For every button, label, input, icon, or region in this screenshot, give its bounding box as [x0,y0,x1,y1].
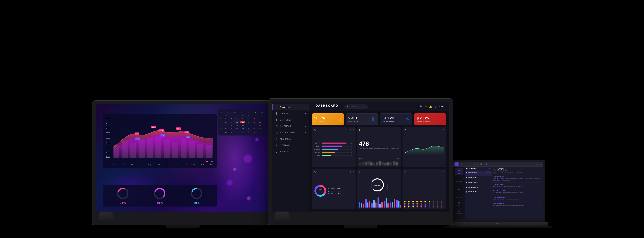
laptop-lid: ✏ ✉ ♡ ☆ ▣ ⊞ D LOGIN [451,160,545,222]
donut-close-icon[interactable]: × [352,171,354,173]
hbar-row-labore: LABORE 18 [314,148,354,150]
inbox-compose-icon[interactable]: + [489,168,490,170]
laptop-tool-edit[interactable]: ✏ [454,162,458,166]
sidebar-item-statistick[interactable]: ▊ STATISTICK ▾ [272,117,309,123]
dashboard-search[interactable]: 🔍 SEARCH... [344,104,368,109]
sidebar-item-dashboard[interactable]: ⌂ Dashboard [272,104,309,110]
laptop-toolbar: ✏ ✉ ♡ ☆ ▣ ⊞ D LOGIN [453,162,543,167]
grouped-add-icon[interactable]: + [395,171,396,173]
sidebar-item-calendar[interactable]: ☐ CALENDAR ▾ [272,123,309,129]
trend-close-icon[interactable]: × [443,128,444,131]
laptop-tool-mail[interactable]: ✉ [460,162,464,166]
svg-text:1.4k: 1.4k [187,137,189,138]
detail-meta: Moga + Compliment | 01:00 [493,170,542,171]
header-bell-icon[interactable]: 🔔 [429,105,432,108]
svg-text:3.3k: 3.3k [160,130,163,131]
sidebar-item-samplepages[interactable]: ☐ SAMPLE PAGES ▾ [272,129,309,136]
trend-add-icon[interactable]: + [440,128,442,131]
email-item-4[interactable]: From: Stendersons [465,186,492,190]
big-number-value: 476 [359,140,399,147]
svg-text:+24500: +24500 [318,189,322,190]
laptop-sidebar-import[interactable]: ✦ IMPORT SG [455,192,463,200]
svg-rect-46 [370,163,372,166]
donut-legend-1: LOREM $11300 [328,188,341,190]
ring-val-2: 23 [387,183,388,185]
sidebar-item-support[interactable]: ? SUPPORT [272,149,309,155]
monitor-left-screen: 9000 8000 7000 6000 5000 4000 3000 2000 … [96,104,270,212]
laptop-sidebar-trash[interactable]: ✉ TRASH [455,200,463,208]
import-icon: ✦ [458,194,460,196]
laptop-toolbar-user: D LOGIN [536,163,542,165]
header-gear-icon[interactable]: ⚙ [434,105,436,108]
sidebar-item-messages[interactable]: ✉ MESSAGES [272,136,309,142]
dashboard-title: DASHBOARD [312,102,342,111]
email-item-5[interactable]: From: Somebody Test Something [465,190,492,195]
sidebar-item-charts[interactable]: ▊ CHARTS ▾ [272,110,309,117]
calendar-icon: ☐ [275,125,278,128]
calendar-arrow: ▾ [305,125,306,127]
contacts-icon: ◎ [458,210,460,212]
stat-label-3: SED DO EIUSMOD [382,121,394,122]
dell-logo-left: DELL [180,221,186,223]
trend-icon: ↗ [404,129,406,131]
monitor-left: 9000 8000 7000 6000 5000 4000 3000 2000 … [92,101,273,228]
laptop-sidebar-starred[interactable]: ⋆ STARRED [455,176,463,183]
chart-number-actions: + × [395,128,399,131]
home-icon: ⌂ [275,106,278,109]
stat-card-4: $ 2 125 TEMPOR INCIDIDUNT [414,113,446,125]
screen1-cal-row4: 52 17181920212223 [220,124,263,127]
email-item-1[interactable]: From: MathiSum 01:00 Moga + Compliment [465,171,492,176]
scene: 9000 8000 7000 6000 5000 4000 3000 2000 … [0,0,644,238]
hbar-close-icon[interactable]: × [352,128,354,131]
ring-values: 48 23 59 04 [387,181,388,189]
email-item-3[interactable]: From: No-full-NOIT Re: Hello Dear NOR [465,181,492,186]
email-entry-2: From: AkI Delfer Re: AX10-14 consectetur… [493,184,542,189]
laptop-email-detail: Inbox Watching Moga + Compliment | 01:00… [492,167,543,219]
charts-arrow: ▾ [305,113,306,115]
grouped-bars-area [359,196,399,208]
screen1-cal-row3: 51 10111213141516 [220,121,263,123]
dots-icon: ↗ [404,171,406,173]
dots-grid [404,201,444,208]
laptop-email-list: Inbox Watching + From: MathiSum 01:00 Mo… [465,167,492,219]
donut-chart-wrap: +24500 [314,184,327,198]
laptop-tool-heart[interactable]: ♡ [467,162,471,166]
donut-legend: LOREM $11300 DOLOR $9500 [328,188,341,194]
svg-rect-48 [376,162,378,166]
screen1-cal-row2: 50 3456789 [220,117,263,120]
sidebar-item-settings[interactable]: ⚙ SETTINGS [272,142,309,149]
number-add-icon[interactable]: + [395,128,396,131]
dollar-icon: $ [359,129,360,131]
laptop-tool-calendar[interactable]: ⊞ [484,162,488,166]
chart-card-grouped: ⊞ + × [357,169,401,209]
svg-rect-51 [384,163,386,166]
chart-hbar-actions: + × [350,128,354,131]
grouped-close-icon[interactable]: × [398,171,399,173]
laptop-tool-sep2 [478,163,478,166]
svg-rect-49 [379,161,381,166]
laptop-tool-grid[interactable]: ▣ [479,162,483,166]
header-mail-icon[interactable]: ✉ [425,105,427,108]
chart-donut-body: +24500 LOREM $11300 [314,175,354,208]
svg-text:3.8k: 3.8k [152,126,155,128]
laptop-sidebar-contacts[interactable]: ◎ CONTACTS [455,208,463,216]
dashboard-charts-grid: 🔍 + × VENAM [309,127,449,212]
number-close-icon[interactable]: × [398,128,399,131]
laptop-sidebar-inbox[interactable]: ✉ INBOX [455,168,463,175]
svg-rect-47 [373,164,375,166]
dots-add-icon[interactable]: + [440,171,442,173]
support-icon: ? [275,150,278,153]
hbar-add-icon[interactable]: + [350,128,351,131]
ring-chart-wrap: $180,347 [370,177,385,193]
dashboard-header-icons: 🔍 ✉ 🔔 ⚙ JOHN S [420,105,446,108]
laptop-sidebar-sent[interactable]: ◈ SENT [455,184,463,192]
trend-chart [404,132,444,166]
laptop-tool-star[interactable]: ☆ [472,162,476,166]
donut-add-icon[interactable]: + [350,171,351,173]
email-item-2[interactable]: From: AkI Delfer Re: AX10-14 ... [465,176,492,181]
laptop-sidebar: ✉ INBOX ⋆ STARRED ◈ SENT [453,167,465,219]
dots-close-icon[interactable]: × [443,171,444,173]
chart-trend-header: ↗ + × [404,128,444,131]
screen1-cal-row5: 52 24252627282930 [220,127,263,130]
header-search-icon[interactable]: 🔍 [420,105,422,108]
